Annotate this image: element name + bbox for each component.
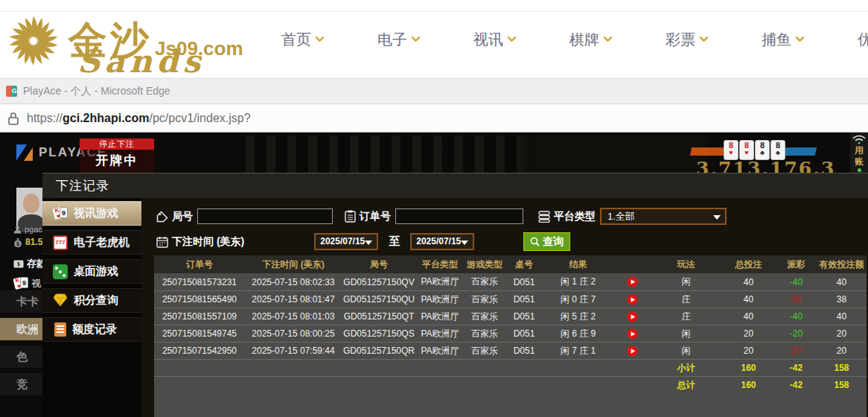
table-row: 2507150715429502025-07-15 07:59:44GD0512… xyxy=(154,342,867,359)
url-bar[interactable]: https://gci.2hhapi.com/pc/pcv1/index.jsp… xyxy=(0,104,868,133)
svg-text:$: $ xyxy=(17,261,20,267)
summary-cell xyxy=(154,377,245,393)
summary-cell xyxy=(464,360,505,376)
nav-item-5[interactable]: 捕鱼 xyxy=(762,30,803,50)
right-strip-label: 账 xyxy=(855,157,864,167)
column-header: 派彩 xyxy=(776,255,817,273)
side-menu: K♥9视讯游戏777电子老虎机桌面游戏积分查询额度记录 xyxy=(42,198,141,417)
summary-cell xyxy=(543,360,613,376)
chevron-down-icon xyxy=(603,33,613,42)
replay-cell xyxy=(613,343,651,359)
column-header: 订单号 xyxy=(154,255,245,273)
round-input[interactable] xyxy=(197,208,333,224)
menu-item-1[interactable]: 777电子老虎机 xyxy=(42,230,141,255)
subtotal-row: 小计160-42158 xyxy=(154,359,867,376)
platform-select[interactable]: 1.全部 xyxy=(600,208,727,225)
order-label: 订单号 xyxy=(360,210,391,223)
video-row[interactable]: K♥9 视 xyxy=(13,276,41,291)
dropdown-arrow-icon xyxy=(461,241,468,245)
cards-icon: K♥9 xyxy=(53,206,68,221)
table-cell: 闲 7 庄 1 xyxy=(543,343,613,359)
date-from-select[interactable]: 2025/07/15 xyxy=(314,233,378,250)
order-input[interactable] xyxy=(395,208,523,224)
left-tabs: 卡卡欧洲色竞 xyxy=(0,290,42,401)
table-cell: 40 xyxy=(817,273,867,290)
summary-cell xyxy=(245,360,342,376)
wifi-icon xyxy=(852,135,866,144)
menu-item-2[interactable]: 桌面游戏 xyxy=(42,259,141,284)
summary-cell: 小计 xyxy=(651,360,721,376)
table-cell: 百家乐 xyxy=(464,343,505,359)
user-column: pgac $ 81.5 $ 存款 K♥9 视 卡卡欧洲色竞 xyxy=(0,133,42,417)
menu-item-0[interactable]: K♥9视讯游戏 xyxy=(42,201,141,226)
modal-title: 下注记录 xyxy=(42,174,868,198)
dealing-status: 开牌中 xyxy=(80,150,154,172)
search-button[interactable]: 查询 xyxy=(523,232,570,251)
nav-item-2[interactable]: 视讯 xyxy=(473,30,515,50)
summary-cell: 158 xyxy=(817,377,867,393)
summary-cell: 158 xyxy=(817,360,867,376)
date-from-value: 2025/07/15 xyxy=(320,236,365,246)
table-cell: 闲 xyxy=(651,273,721,290)
summary-cell: 160 xyxy=(721,360,776,376)
table-cell: 闲 0 庄 7 xyxy=(543,291,613,308)
replay-icon[interactable] xyxy=(627,276,638,287)
replay-icon[interactable] xyxy=(627,346,638,357)
table-cell: 闲 1 庄 2 xyxy=(543,273,613,290)
game-tab-3[interactable]: 竞 xyxy=(0,373,42,395)
date-to-select[interactable]: 2025/07/15 xyxy=(410,233,474,250)
table-cell: GD051257150QS xyxy=(342,325,416,342)
table-cell: 40 xyxy=(817,308,867,325)
table-cell: 38 xyxy=(817,291,867,308)
game-tab-2[interactable]: 色 xyxy=(0,346,42,368)
table-cell: 20 xyxy=(817,343,867,359)
document-icon xyxy=(54,322,66,337)
nav-item-6[interactable]: 优 xyxy=(858,30,868,50)
menu-item-label: 额度记录 xyxy=(72,322,117,337)
table-cell: D051 xyxy=(505,325,543,342)
window-title: PlayAce - 个人 - Microsoft Edge xyxy=(23,85,170,98)
table-cell: -40 xyxy=(776,273,817,290)
balance-amount: 81.5 xyxy=(25,237,42,247)
table-cell: 2025-07-15 08:00:25 xyxy=(245,325,342,342)
table-cell: GD051257150QV xyxy=(342,273,416,290)
nav-item-label: 棋牌 xyxy=(569,30,599,50)
menu-item-4[interactable]: 额度记录 xyxy=(42,317,141,342)
window-titlebar: G PlayAce - 个人 - Microsoft Edge xyxy=(0,79,868,104)
table-cell: PA欧洲厅 xyxy=(416,308,464,325)
summary-cell: 总计 xyxy=(651,377,721,393)
nav-item-1[interactable]: 电子 xyxy=(377,30,419,50)
game-tab-0[interactable]: 卡卡 xyxy=(0,290,42,313)
svg-text:$: $ xyxy=(16,241,19,246)
replay-icon[interactable] xyxy=(627,311,638,322)
nav-item-label: 视讯 xyxy=(473,30,503,50)
brand-logo[interactable]: 金沙 Js09.com Sands xyxy=(6,13,244,77)
table-cell: 250715081549745 xyxy=(154,325,245,342)
menu-item-3[interactable]: 积分查询 xyxy=(42,288,141,313)
nav-item-4[interactable]: 彩票 xyxy=(666,30,707,50)
nav-item-3[interactable]: 棋牌 xyxy=(569,30,611,50)
column-header: 结果 xyxy=(543,255,613,273)
column-header xyxy=(613,255,651,273)
bet-table: 订单号下注时间 (美东)局号平台类型游戏类型桌号结果玩法总投注派彩有效投注额 2… xyxy=(154,255,867,417)
table-cell: PA欧洲厅 xyxy=(416,291,464,308)
nav-item-label: 捕鱼 xyxy=(762,30,791,50)
replay-cell xyxy=(613,325,651,342)
summary-cell xyxy=(613,377,651,393)
card-suit-icon: ♥ xyxy=(724,150,738,156)
chevron-down-icon xyxy=(699,33,709,42)
person-icon xyxy=(13,226,22,234)
replay-icon[interactable] xyxy=(627,328,638,340)
game-tab-1[interactable]: 欧洲 xyxy=(0,318,42,340)
url-text[interactable]: https://gci.2hhapi.com/pc/pcv1/index.jsp… xyxy=(27,112,251,125)
table-cell: 百家乐 xyxy=(464,273,505,290)
table-cell: 20 xyxy=(817,325,867,342)
table-cell: PA欧洲厅 xyxy=(416,343,464,359)
right-strip-label: 用 xyxy=(855,146,864,156)
nav-item-0[interactable]: 首页 xyxy=(281,30,323,50)
table-cell: 20 xyxy=(721,343,776,359)
to-label: 至 xyxy=(389,235,400,249)
replay-icon[interactable] xyxy=(627,294,638,305)
deposit-row[interactable]: $ 存款 xyxy=(13,257,46,270)
sunburst-icon xyxy=(7,15,60,67)
